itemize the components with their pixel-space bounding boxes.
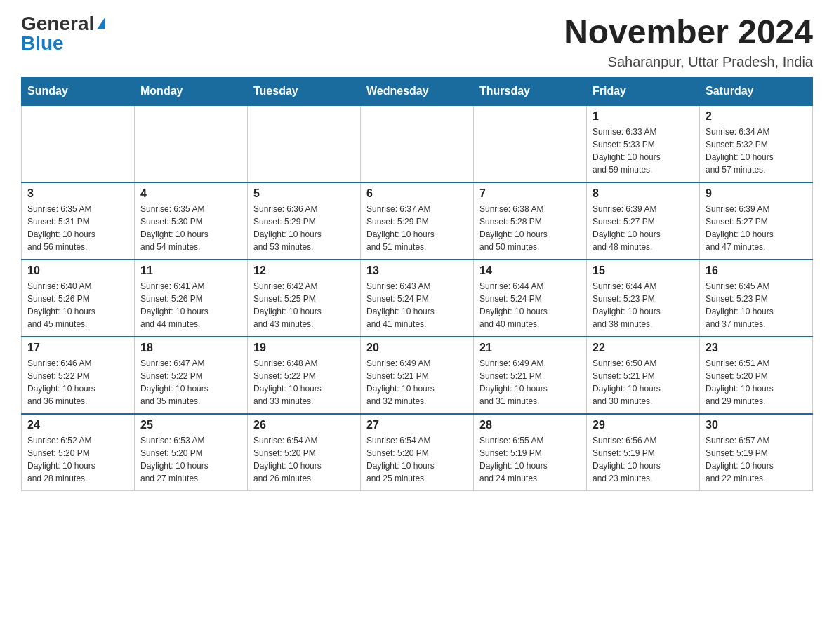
calendar-cell: 18Sunrise: 6:47 AM Sunset: 5:22 PM Dayli… bbox=[135, 337, 248, 414]
day-number: 23 bbox=[706, 342, 807, 354]
location-subtitle: Saharanpur, Uttar Pradesh, India bbox=[564, 54, 813, 70]
calendar-cell: 7Sunrise: 6:38 AM Sunset: 5:28 PM Daylig… bbox=[474, 182, 587, 260]
day-info: Sunrise: 6:51 AM Sunset: 5:20 PM Dayligh… bbox=[706, 357, 807, 408]
week-row-4: 17Sunrise: 6:46 AM Sunset: 5:22 PM Dayli… bbox=[22, 337, 813, 414]
day-info: Sunrise: 6:53 AM Sunset: 5:20 PM Dayligh… bbox=[140, 434, 241, 485]
day-number: 22 bbox=[593, 342, 694, 354]
week-row-5: 24Sunrise: 6:52 AM Sunset: 5:20 PM Dayli… bbox=[22, 414, 813, 491]
day-info: Sunrise: 6:54 AM Sunset: 5:20 PM Dayligh… bbox=[366, 434, 468, 485]
day-header-sunday: Sunday bbox=[22, 77, 135, 105]
day-number: 15 bbox=[593, 264, 694, 277]
day-number: 20 bbox=[366, 342, 468, 354]
day-header-thursday: Thursday bbox=[474, 77, 587, 105]
day-number: 21 bbox=[479, 342, 581, 354]
logo-general-text: General bbox=[21, 14, 94, 34]
day-header-saturday: Saturday bbox=[700, 77, 813, 105]
calendar-cell: 2Sunrise: 6:34 AM Sunset: 5:32 PM Daylig… bbox=[700, 105, 813, 182]
day-info: Sunrise: 6:57 AM Sunset: 5:19 PM Dayligh… bbox=[706, 434, 807, 485]
day-info: Sunrise: 6:34 AM Sunset: 5:32 PM Dayligh… bbox=[706, 126, 807, 176]
calendar-cell: 6Sunrise: 6:37 AM Sunset: 5:29 PM Daylig… bbox=[361, 182, 474, 260]
day-info: Sunrise: 6:54 AM Sunset: 5:20 PM Dayligh… bbox=[253, 434, 355, 485]
week-row-3: 10Sunrise: 6:40 AM Sunset: 5:26 PM Dayli… bbox=[22, 260, 813, 337]
calendar-cell: 1Sunrise: 6:33 AM Sunset: 5:33 PM Daylig… bbox=[587, 105, 700, 182]
month-title: November 2024 bbox=[564, 14, 813, 51]
calendar-cell: 28Sunrise: 6:55 AM Sunset: 5:19 PM Dayli… bbox=[474, 414, 587, 491]
day-number: 25 bbox=[140, 419, 241, 431]
day-info: Sunrise: 6:38 AM Sunset: 5:28 PM Dayligh… bbox=[479, 203, 581, 253]
day-number: 9 bbox=[706, 187, 807, 200]
day-info: Sunrise: 6:55 AM Sunset: 5:19 PM Dayligh… bbox=[479, 434, 581, 485]
day-number: 29 bbox=[593, 419, 694, 431]
calendar-cell bbox=[474, 105, 587, 182]
day-number: 11 bbox=[140, 264, 241, 277]
day-number: 7 bbox=[479, 187, 581, 200]
calendar-cell: 27Sunrise: 6:54 AM Sunset: 5:20 PM Dayli… bbox=[361, 414, 474, 491]
day-number: 17 bbox=[27, 342, 128, 354]
calendar-cell bbox=[248, 105, 361, 182]
calendar-cell: 13Sunrise: 6:43 AM Sunset: 5:24 PM Dayli… bbox=[361, 260, 474, 337]
calendar-cell: 11Sunrise: 6:41 AM Sunset: 5:26 PM Dayli… bbox=[135, 260, 248, 337]
day-number: 28 bbox=[479, 419, 581, 431]
calendar-cell: 9Sunrise: 6:39 AM Sunset: 5:27 PM Daylig… bbox=[700, 182, 813, 260]
day-number: 6 bbox=[366, 187, 468, 200]
calendar-cell: 12Sunrise: 6:42 AM Sunset: 5:25 PM Dayli… bbox=[248, 260, 361, 337]
calendar-cell: 15Sunrise: 6:44 AM Sunset: 5:23 PM Dayli… bbox=[587, 260, 700, 337]
calendar-cell: 10Sunrise: 6:40 AM Sunset: 5:26 PM Dayli… bbox=[22, 260, 135, 337]
calendar-cell: 24Sunrise: 6:52 AM Sunset: 5:20 PM Dayli… bbox=[22, 414, 135, 491]
day-number: 27 bbox=[366, 419, 468, 431]
title-area: November 2024 Saharanpur, Uttar Pradesh,… bbox=[564, 14, 813, 70]
day-number: 19 bbox=[253, 342, 355, 354]
page-header: General Blue November 2024 Saharanpur, U… bbox=[21, 14, 813, 70]
calendar-cell: 8Sunrise: 6:39 AM Sunset: 5:27 PM Daylig… bbox=[587, 182, 700, 260]
day-info: Sunrise: 6:36 AM Sunset: 5:29 PM Dayligh… bbox=[253, 203, 355, 253]
day-info: Sunrise: 6:52 AM Sunset: 5:20 PM Dayligh… bbox=[27, 434, 128, 485]
calendar-cell: 23Sunrise: 6:51 AM Sunset: 5:20 PM Dayli… bbox=[700, 337, 813, 414]
day-info: Sunrise: 6:40 AM Sunset: 5:26 PM Dayligh… bbox=[27, 280, 128, 330]
day-number: 26 bbox=[253, 419, 355, 431]
day-info: Sunrise: 6:42 AM Sunset: 5:25 PM Dayligh… bbox=[253, 280, 355, 330]
calendar-cell: 21Sunrise: 6:49 AM Sunset: 5:21 PM Dayli… bbox=[474, 337, 587, 414]
day-info: Sunrise: 6:43 AM Sunset: 5:24 PM Dayligh… bbox=[366, 280, 468, 330]
day-number: 16 bbox=[706, 264, 807, 277]
day-info: Sunrise: 6:44 AM Sunset: 5:23 PM Dayligh… bbox=[593, 280, 694, 330]
calendar-cell bbox=[361, 105, 474, 182]
day-info: Sunrise: 6:35 AM Sunset: 5:31 PM Dayligh… bbox=[27, 203, 128, 253]
day-info: Sunrise: 6:35 AM Sunset: 5:30 PM Dayligh… bbox=[140, 203, 241, 253]
calendar-cell: 29Sunrise: 6:56 AM Sunset: 5:19 PM Dayli… bbox=[587, 414, 700, 491]
logo-triangle-icon bbox=[97, 17, 105, 29]
day-number: 5 bbox=[253, 187, 355, 200]
day-info: Sunrise: 6:33 AM Sunset: 5:33 PM Dayligh… bbox=[593, 126, 694, 176]
calendar-cell: 16Sunrise: 6:45 AM Sunset: 5:23 PM Dayli… bbox=[700, 260, 813, 337]
logo: General Blue bbox=[21, 14, 105, 53]
calendar-cell bbox=[22, 105, 135, 182]
calendar-cell: 22Sunrise: 6:50 AM Sunset: 5:21 PM Dayli… bbox=[587, 337, 700, 414]
calendar-cell: 17Sunrise: 6:46 AM Sunset: 5:22 PM Dayli… bbox=[22, 337, 135, 414]
day-info: Sunrise: 6:39 AM Sunset: 5:27 PM Dayligh… bbox=[706, 203, 807, 253]
day-info: Sunrise: 6:39 AM Sunset: 5:27 PM Dayligh… bbox=[593, 203, 694, 253]
calendar-cell: 14Sunrise: 6:44 AM Sunset: 5:24 PM Dayli… bbox=[474, 260, 587, 337]
calendar-cell bbox=[135, 105, 248, 182]
day-info: Sunrise: 6:49 AM Sunset: 5:21 PM Dayligh… bbox=[366, 357, 468, 408]
day-info: Sunrise: 6:50 AM Sunset: 5:21 PM Dayligh… bbox=[593, 357, 694, 408]
calendar-cell: 26Sunrise: 6:54 AM Sunset: 5:20 PM Dayli… bbox=[248, 414, 361, 491]
day-number: 10 bbox=[27, 264, 128, 277]
day-number: 3 bbox=[27, 187, 128, 200]
day-info: Sunrise: 6:41 AM Sunset: 5:26 PM Dayligh… bbox=[140, 280, 241, 330]
day-info: Sunrise: 6:48 AM Sunset: 5:22 PM Dayligh… bbox=[253, 357, 355, 408]
calendar-cell: 4Sunrise: 6:35 AM Sunset: 5:30 PM Daylig… bbox=[135, 182, 248, 260]
day-number: 8 bbox=[593, 187, 694, 200]
calendar-cell: 25Sunrise: 6:53 AM Sunset: 5:20 PM Dayli… bbox=[135, 414, 248, 491]
day-header-tuesday: Tuesday bbox=[248, 77, 361, 105]
day-header-row: SundayMondayTuesdayWednesdayThursdayFrid… bbox=[22, 77, 813, 105]
day-info: Sunrise: 6:47 AM Sunset: 5:22 PM Dayligh… bbox=[140, 357, 241, 408]
day-header-monday: Monday bbox=[135, 77, 248, 105]
day-header-wednesday: Wednesday bbox=[361, 77, 474, 105]
calendar-table: SundayMondayTuesdayWednesdayThursdayFrid… bbox=[21, 77, 813, 492]
day-number: 30 bbox=[706, 419, 807, 431]
day-number: 4 bbox=[140, 187, 241, 200]
day-info: Sunrise: 6:56 AM Sunset: 5:19 PM Dayligh… bbox=[593, 434, 694, 485]
logo-blue-text: Blue bbox=[21, 34, 64, 53]
day-info: Sunrise: 6:49 AM Sunset: 5:21 PM Dayligh… bbox=[479, 357, 581, 408]
day-number: 18 bbox=[140, 342, 241, 354]
calendar-cell: 20Sunrise: 6:49 AM Sunset: 5:21 PM Dayli… bbox=[361, 337, 474, 414]
